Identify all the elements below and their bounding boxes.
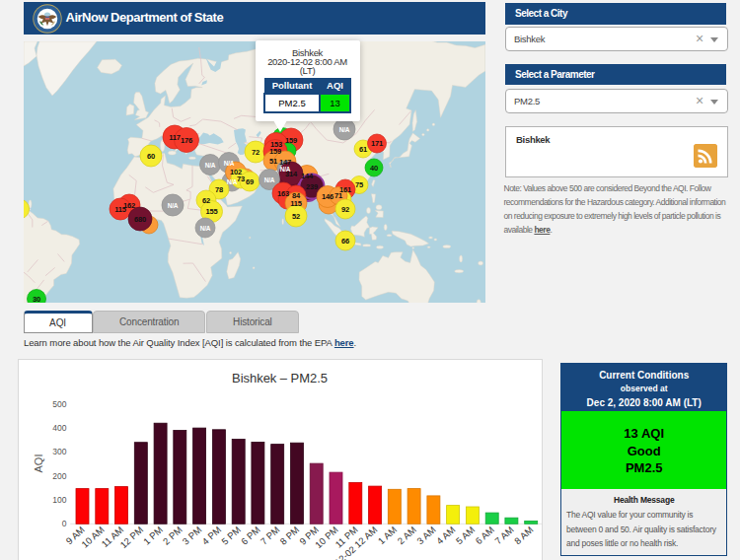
svg-text:60: 60 <box>147 152 155 161</box>
svg-text:0: 0 <box>61 519 66 528</box>
svg-text:176: 176 <box>181 136 192 145</box>
svg-text:4 AM: 4 AM <box>433 524 457 546</box>
svg-text:8 AM: 8 AM <box>512 524 536 546</box>
svg-text:500: 500 <box>52 398 66 408</box>
svg-text:171: 171 <box>371 139 383 148</box>
svg-text:155: 155 <box>206 207 218 216</box>
svg-text:61: 61 <box>359 145 367 154</box>
svg-text:6 PM: 6 PM <box>238 524 261 546</box>
svg-text:100: 100 <box>52 495 66 505</box>
svg-text:5 PM: 5 PM <box>219 524 243 546</box>
svg-text:2 AM: 2 AM <box>395 524 418 546</box>
svg-text:680: 680 <box>134 215 146 224</box>
svg-text:N/A: N/A <box>200 225 211 232</box>
svg-text:3 PM: 3 PM <box>180 524 203 546</box>
svg-text:51: 51 <box>269 157 277 166</box>
svg-text:N/A: N/A <box>339 126 350 133</box>
svg-text:40: 40 <box>370 164 378 173</box>
svg-text:69: 69 <box>246 177 254 186</box>
svg-text:314: 314 <box>285 170 298 178</box>
svg-text:78: 78 <box>215 185 223 194</box>
svg-text:146: 146 <box>322 192 333 201</box>
svg-text:66: 66 <box>341 237 349 245</box>
svg-text:115: 115 <box>114 205 126 214</box>
svg-text:6 AM: 6 AM <box>473 524 496 546</box>
svg-text:3 AM: 3 AM <box>414 524 438 546</box>
svg-text:5 AM: 5 AM <box>453 524 477 546</box>
svg-text:163: 163 <box>277 189 289 198</box>
svg-text:92: 92 <box>341 205 349 214</box>
svg-text:N/A: N/A <box>264 176 275 183</box>
svg-text:239: 239 <box>306 182 318 191</box>
svg-text:115: 115 <box>290 199 302 208</box>
svg-text:N/A: N/A <box>205 162 216 169</box>
svg-text:72: 72 <box>252 148 259 157</box>
svg-text:400: 400 <box>52 423 66 433</box>
svg-text:30: 30 <box>33 295 40 303</box>
svg-text:159: 159 <box>285 136 297 145</box>
svg-text:144: 144 <box>301 172 314 180</box>
svg-text:73: 73 <box>237 175 245 183</box>
svg-text:300: 300 <box>52 447 66 456</box>
svg-text:8 PM: 8 PM <box>277 524 301 546</box>
svg-text:62: 62 <box>202 196 210 205</box>
svg-text:75: 75 <box>355 180 363 189</box>
svg-text:N/A: N/A <box>168 202 179 209</box>
svg-text:1 AM: 1 AM <box>375 524 399 546</box>
svg-text:N/A: N/A <box>224 160 235 167</box>
svg-text:159: 159 <box>269 147 281 156</box>
svg-text:71: 71 <box>334 191 342 200</box>
svg-text:7 AM: 7 AM <box>492 524 516 546</box>
svg-text:12 PM: 12 PM <box>117 524 145 550</box>
svg-text:117: 117 <box>169 133 181 142</box>
svg-text:2 PM: 2 PM <box>160 524 184 546</box>
svg-text:7 PM: 7 PM <box>258 524 281 546</box>
svg-text:4 PM: 4 PM <box>199 524 223 546</box>
svg-text:AQI: AQI <box>32 454 43 472</box>
svg-text:52: 52 <box>292 212 300 221</box>
svg-text:1 PM: 1 PM <box>141 524 165 546</box>
svg-text:200: 200 <box>52 470 66 480</box>
